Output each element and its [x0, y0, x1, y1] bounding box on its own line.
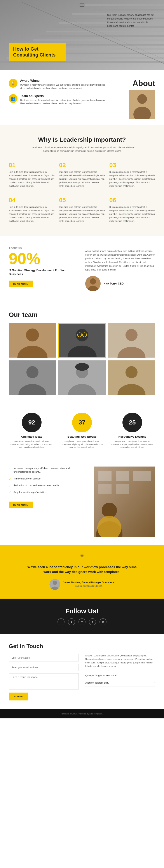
team-grid	[9, 323, 155, 395]
award-icon: 🏆	[9, 79, 17, 88]
stats-section: ABOUT US 90% IT Solution Strategy Develo…	[0, 236, 164, 302]
team-photo-2	[58, 323, 106, 358]
number-item: 25 Responsive Designs Sample text. Lorem…	[109, 413, 155, 449]
number-desc: Sample text. Lorem ipsum dolor sit amet,…	[9, 440, 55, 449]
feature-item: ✓Timely delivery of service.	[9, 477, 87, 480]
leadership-number: 03	[109, 162, 155, 169]
hamburger-menu[interactable]	[80, 3, 84, 7]
svg-point-18	[137, 94, 147, 104]
quote-person-info: James Masters, General Manager Operation…	[63, 581, 114, 588]
leadership-text: Duis aute irure dolor in reprehenderit i…	[109, 170, 155, 188]
feature-text: Increased transparency, efficient commun…	[13, 467, 87, 474]
leadership-item: 06Duis aute irure dolor in reprehenderit…	[109, 194, 155, 225]
quote-avatar	[49, 579, 60, 590]
about-right: About	[112, 79, 155, 119]
leadership-title: Why Is Leadership Important?	[9, 136, 155, 143]
svg-rect-14	[85, 4, 164, 6]
leadership-grid: 01Duis aute irure dolor in reprehenderit…	[9, 159, 155, 225]
feature-item: ✓Regular monitoring of activities.	[9, 490, 87, 494]
stats-description: IT Solution Strategy Development For You…	[9, 268, 79, 276]
contact-right: Answer. Lorem ipsum dolor sit amet, cons…	[85, 654, 155, 701]
twitter-icon[interactable]: t	[68, 618, 75, 625]
youtube-icon[interactable]: y	[79, 618, 85, 625]
checkmark-icon: ✓	[9, 484, 11, 487]
faq-question: Aliquam at lorem adit?	[85, 681, 109, 684]
hero-section: Our team is ready for any challenge! We …	[0, 0, 164, 70]
leadership-item: 02Duis aute irure dolor in reprehenderit…	[59, 159, 105, 190]
about-left: 🏆 Award Winner Our team is ready for any…	[9, 79, 105, 105]
hero-side-text: Our team is ready for any challenge! We …	[107, 13, 155, 28]
contact-message-input[interactable]	[9, 673, 79, 689]
feature-text: Regular monitoring of activities.	[13, 490, 47, 494]
hero-title-box: How to Get Consulting Clients	[9, 43, 66, 61]
about-experts: 👥 Team of Experts Our team is ready for …	[9, 94, 105, 105]
leadership-number: 04	[9, 197, 55, 204]
checkmark-icon: ✓	[9, 491, 11, 494]
faq-item[interactable]: Aliquam at lorem adit?›	[85, 679, 155, 686]
about-title: About	[112, 79, 155, 88]
contact-submit-button[interactable]: Submit	[9, 692, 28, 701]
svg-point-52	[102, 503, 117, 518]
quote-mark: "	[11, 554, 153, 562]
stats-body-text: Article evident arrived express highest …	[85, 249, 155, 272]
number-desc: Sample text. Lorem ipsum dolor sit amet,…	[59, 440, 105, 449]
team-photo-1	[9, 323, 56, 358]
stats-right: Article evident arrived express highest …	[85, 247, 155, 291]
svg-point-43	[125, 366, 137, 378]
leadership-number: 02	[59, 162, 105, 169]
social-section: Follow Us! f t y in p	[0, 598, 164, 634]
features-right-image	[94, 467, 155, 537]
contact-name-input[interactable]	[9, 654, 79, 661]
stats-percent: 90%	[9, 251, 79, 267]
svg-point-33	[125, 329, 137, 341]
number-label: Unlimited Ideas	[9, 435, 55, 438]
svg-rect-48	[116, 471, 129, 481]
leadership-item: 03Duis aute irure dolor in reprehenderit…	[109, 159, 155, 190]
team-section: Our team	[0, 302, 164, 404]
number-label: Responsive Designs	[109, 435, 155, 438]
team-photo-4	[9, 360, 56, 395]
leadership-text: Duis aute irure dolor in reprehenderit i…	[9, 206, 55, 223]
quote-person: James Masters, General Manager Operation…	[11, 579, 153, 590]
social-icons: f t y in p	[9, 618, 155, 625]
faq-item[interactable]: Quisque fringilla at erat dolor?›	[85, 672, 155, 679]
about-experts-text: Team of Experts Our team is ready for an…	[20, 94, 105, 105]
footer-text: Template by JetCo. Powered by Site Templ…	[9, 713, 155, 715]
quote-text: We've seen a lot of efficiency in our wo…	[27, 565, 137, 575]
team-photo-5	[58, 360, 106, 395]
svg-rect-47	[98, 471, 112, 481]
feature-text: Timely delivery of service.	[13, 477, 41, 480]
leadership-item: 04Duis aute irure dolor in reprehenderit…	[9, 194, 55, 225]
leadership-text: Duis aute irure dolor in reprehenderit i…	[59, 206, 105, 223]
number-circle: 92	[22, 413, 42, 432]
linkedin-icon[interactable]: in	[89, 618, 96, 625]
leadership-number: 01	[9, 162, 55, 169]
leadership-number: 05	[59, 197, 105, 204]
hero-title: How to Get Consulting Clients	[13, 46, 61, 58]
stats-read-more-button[interactable]: READ MORE	[9, 281, 33, 287]
pinterest-icon[interactable]: p	[99, 618, 107, 625]
about-section: 🏆 Award Winner Our team is ready for any…	[0, 70, 164, 125]
contact-grid: Submit Answer. Lorem ipsum dolor sit ame…	[9, 654, 155, 701]
stats-person: Nick Perry, CEO	[85, 276, 155, 291]
quote-person-name: James Masters, General Manager Operation…	[63, 581, 114, 584]
number-desc: Sample text. Lorem ipsum dolor sit amet,…	[109, 440, 155, 449]
svg-rect-6	[33, 39, 164, 41]
faq-arrow-icon: ›	[154, 681, 155, 684]
svg-rect-8	[46, 31, 164, 32]
features-left: ✓Increased transparency, efficient commu…	[9, 467, 87, 508]
features-read-more-button[interactable]: READ MORE	[9, 502, 33, 508]
svg-rect-13	[79, 9, 164, 10]
number-item: 37 Beautiful Web Blocks Sample text. Lor…	[59, 413, 105, 449]
svg-rect-51	[116, 484, 129, 494]
contact-right-text: Answer. Lorem ipsum dolor sit amet, cons…	[85, 654, 155, 668]
facebook-icon[interactable]: f	[57, 618, 65, 625]
svg-rect-1	[0, 61, 164, 63]
leadership-text: Duis aute irure dolor in reprehenderit i…	[109, 206, 155, 223]
number-item: 92 Unlimited Ideas Sample text. Lorem ip…	[9, 413, 55, 449]
contact-email-input[interactable]	[9, 664, 79, 671]
team-photo-6	[108, 360, 155, 395]
leadership-section: Why Is Leadership Important? Lorem ipsum…	[0, 125, 164, 236]
svg-point-36	[27, 366, 39, 378]
experts-icon: 👥	[9, 94, 17, 103]
